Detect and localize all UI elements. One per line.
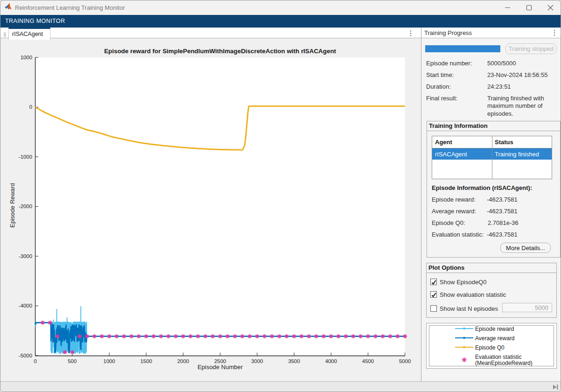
svg-text:-1000: -1000 [19, 154, 32, 160]
svg-text:Episode reward for SimplePendl: Episode reward for SimplePendlumWithImag… [104, 48, 336, 55]
svg-text:0: 0 [29, 104, 32, 110]
svg-text:4000: 4000 [325, 358, 337, 364]
svg-text:Evaluation statistic: Evaluation statistic [475, 354, 521, 360]
svg-text:2000: 2000 [177, 358, 189, 364]
svg-text:0: 0 [34, 358, 36, 364]
svg-text:Episode Number: Episode Number [197, 364, 243, 371]
svg-text:3000: 3000 [251, 358, 263, 364]
svg-text:Episode Reward: Episode Reward [9, 183, 16, 227]
svg-text:Episode Q0: Episode Q0 [475, 344, 505, 351]
svg-text:4500: 4500 [362, 358, 374, 364]
svg-text:5000: 5000 [399, 358, 411, 364]
svg-text:3500: 3500 [288, 358, 300, 364]
svg-text:1000: 1000 [103, 358, 115, 364]
svg-text:1000: 1000 [21, 55, 32, 60]
svg-text:-5000: -5000 [19, 353, 32, 358]
svg-text:-3000: -3000 [19, 253, 32, 259]
svg-text:-4000: -4000 [19, 303, 32, 308]
svg-text:1500: 1500 [140, 358, 152, 364]
svg-text:Average reward: Average reward [475, 335, 515, 342]
svg-text:500: 500 [68, 358, 77, 364]
svg-text:-2000: -2000 [19, 203, 32, 209]
svg-text:(MeanEpisodeReward): (MeanEpisodeReward) [475, 360, 533, 366]
svg-text:Episode reward: Episode reward [475, 326, 514, 332]
